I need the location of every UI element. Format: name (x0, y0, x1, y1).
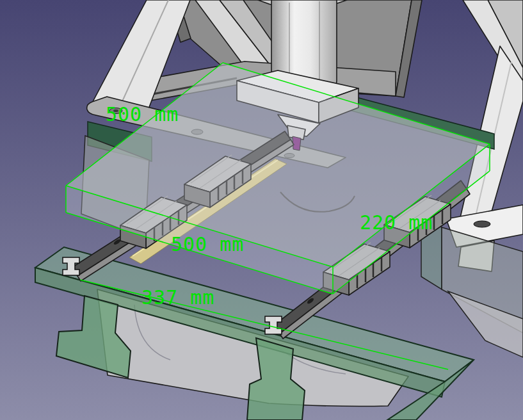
cad-3d-viewport[interactable]: 500 mm 220 mm 500 mm 337 mm (0, 0, 523, 420)
dimension-label-right[interactable]: 220 mm (360, 211, 433, 234)
dimension-label-lower-left[interactable]: 337 mm (141, 286, 214, 309)
dimension-label-center[interactable]: 500 mm (171, 233, 244, 255)
dimension-label-upper-left[interactable]: 500 mm (106, 103, 179, 125)
foot-bar-hole (474, 221, 490, 227)
